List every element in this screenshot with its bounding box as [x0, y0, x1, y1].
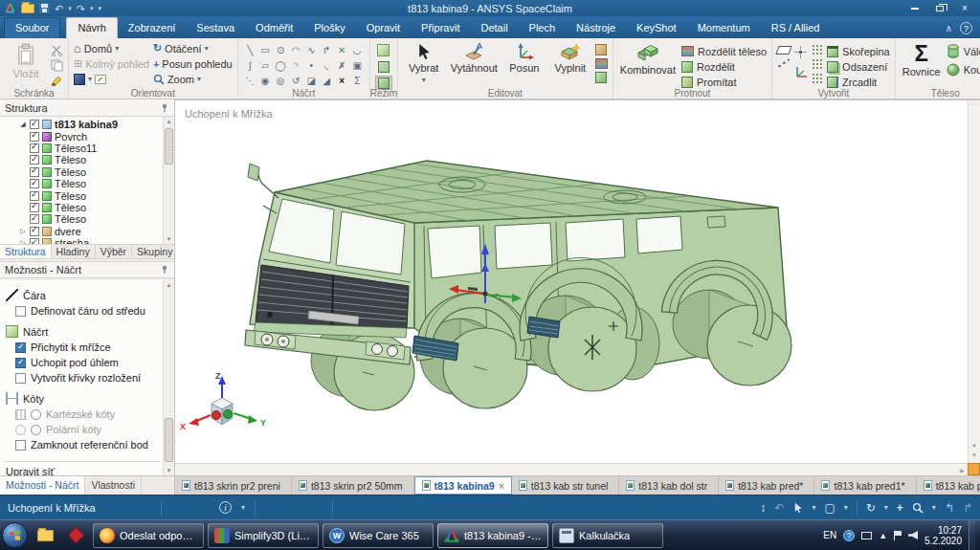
options-row[interactable]: Uchopit pod úhlem	[4, 355, 161, 370]
viewport-hscrollbar[interactable]: ▶	[175, 463, 968, 475]
tree-checkbox[interactable]	[30, 155, 39, 165]
menu-tab[interactable]: Odměřit	[245, 18, 303, 38]
sketch-tool[interactable]: ▭	[258, 43, 273, 57]
options-row[interactable]: Kóty	[4, 390, 161, 407]
document-tab[interactable]: t813 skrin pr2 50mm	[292, 476, 414, 495]
tree-item[interactable]: ▷ strecha	[3, 237, 161, 244]
tree-item[interactable]: Těleso11	[3, 143, 161, 154]
panel-tab[interactable]: Vlastnosti	[85, 476, 142, 495]
volume-icon[interactable]	[908, 531, 918, 539]
mirror-button[interactable]: Zrcadlit	[827, 75, 890, 89]
tree-checkbox[interactable]	[30, 191, 39, 201]
sketch-tool[interactable]: ∫	[243, 58, 257, 73]
sphere-button[interactable]: Koule	[947, 62, 980, 77]
document-tab[interactable]: t813 kabina9 ×	[414, 476, 512, 495]
menu-tab[interactable]: Zobrazení	[118, 18, 187, 38]
options-row[interactable]: Polární kóty	[4, 422, 161, 437]
sketch-tool[interactable]: ◯	[274, 58, 288, 73]
plane-icon[interactable]	[775, 46, 791, 55]
status-undo-select-icon[interactable]: ↶	[774, 501, 784, 515]
options-row-control[interactable]	[31, 409, 41, 420]
tree-checkbox[interactable]	[30, 214, 39, 224]
start-button[interactable]	[2, 522, 28, 548]
tree-checkbox[interactable]	[30, 120, 39, 129]
cylinder-button[interactable]: Válec	[947, 44, 980, 58]
point-grid-icon-3[interactable]	[812, 73, 823, 84]
tree-checkbox[interactable]	[30, 238, 39, 244]
format-painter-icon[interactable]	[51, 75, 63, 87]
sketch-tool[interactable]: ▱	[258, 58, 273, 73]
options-row-control[interactable]	[31, 425, 41, 435]
save-icon[interactable]	[39, 3, 50, 13]
minimize-button[interactable]	[903, 2, 926, 14]
point-icon[interactable]	[794, 46, 807, 58]
viewport-vscrollbar[interactable]: ▲ ▼	[968, 100, 980, 463]
menu-tab[interactable]: Plech	[519, 18, 567, 38]
split-body-button[interactable]: Rozdělit těleso	[681, 44, 767, 58]
tree-checkbox[interactable]	[30, 179, 39, 188]
sketch-tool[interactable]: ╲	[243, 43, 257, 57]
options-row-control[interactable]	[15, 373, 26, 384]
point-grid-icon-1[interactable]	[812, 44, 823, 55]
options-row[interactable]: Upravit síť	[4, 461, 161, 475]
sketch-tool[interactable]: ↺	[289, 74, 303, 88]
offset-button[interactable]: Odsazení	[827, 59, 890, 74]
status-swap-icon[interactable]: ↕	[760, 501, 766, 515]
edit-mini-icon-3[interactable]	[595, 72, 607, 83]
sketch-tool[interactable]: ◡	[350, 43, 365, 57]
pin-icon[interactable]	[160, 103, 169, 113]
tree-scrollbar[interactable]: ▲ ▼	[163, 117, 174, 244]
view-mode-buttons[interactable]: ▾	[74, 72, 149, 86]
document-tab[interactable]: t813 skrin pr2 preni	[175, 476, 292, 495]
tree-expander-icon[interactable]: ▷	[19, 228, 27, 235]
sketch-tool[interactable]: ✕	[335, 43, 349, 57]
options-row[interactable]: Náčrt	[4, 323, 161, 340]
taskbar-button[interactable]: Kalkulačka	[552, 523, 663, 548]
viewport-resize-corner[interactable]	[968, 463, 980, 475]
sketch-tool[interactable]: Σ	[350, 74, 365, 88]
sketch-tool[interactable]: ◠	[289, 43, 303, 57]
document-tab[interactable]: t813 kab dol str	[619, 476, 719, 495]
zoom-button[interactable]: Zoom▾	[153, 72, 233, 86]
sketch-tool[interactable]: ⊙	[274, 43, 288, 57]
menu-tab[interactable]: Detail	[470, 18, 518, 38]
redo-icon[interactable]: ↷	[77, 4, 85, 13]
sketch-tool[interactable]: ✗	[335, 58, 349, 73]
tree-item[interactable]: Těleso	[3, 166, 161, 178]
close-button[interactable]: ×	[953, 2, 976, 14]
panel-tab[interactable]: Možnosti - Náčrt	[0, 476, 85, 495]
panel-tab[interactable]: Struktura	[0, 245, 52, 258]
menu-tab[interactable]: Návrh	[66, 17, 117, 38]
sketch-tool[interactable]: •	[304, 58, 319, 73]
options-row-control[interactable]	[15, 440, 26, 451]
status-marquee-icon[interactable]: ▢	[824, 501, 835, 515]
edit-mini-icon-1[interactable]	[595, 44, 607, 55]
sketch-tool[interactable]: ↱	[320, 43, 334, 57]
panel-tab[interactable]: Skupiny	[132, 245, 178, 258]
document-tab[interactable]: t813 kab pred1*	[814, 476, 916, 495]
restore-button[interactable]	[928, 2, 951, 14]
edit-mini-icon-2[interactable]	[595, 58, 608, 69]
sketch-tool[interactable]: ◪	[304, 74, 319, 88]
select-button[interactable]: Vybrat▾	[403, 41, 445, 86]
tree-item[interactable]: Těleso	[3, 178, 161, 189]
viewport[interactable]: Z X Y Uchopení k Mřížka ▲ ▼ ▶	[175, 99, 980, 475]
menu-tab[interactable]: Momentum	[687, 18, 761, 38]
section-mode-button[interactable]	[375, 59, 392, 74]
tray-show-hidden-icon[interactable]: ▲	[879, 531, 887, 540]
pinned-app-icon[interactable]	[62, 523, 89, 548]
status-zoom-icon[interactable]	[912, 502, 924, 514]
status-pan-icon[interactable]: +	[897, 501, 903, 515]
panel-tab[interactable]: Hladiny	[52, 245, 96, 258]
document-tab[interactable]: t813 kab pred2	[917, 476, 980, 495]
line-construction-icon[interactable]	[778, 58, 791, 68]
open-file-icon[interactable]	[21, 4, 34, 13]
home-view-button[interactable]: ⌂ Domů▾	[74, 41, 149, 55]
options-row-control[interactable]	[15, 306, 26, 317]
move-button[interactable]: Posun	[503, 41, 546, 76]
show-desktop-button[interactable]	[969, 520, 975, 550]
taskbar-button[interactable]: Odeslat odpověď ...	[93, 523, 204, 548]
undo-icon[interactable]: ↶	[55, 4, 63, 13]
sketch-tool[interactable]: ∿	[304, 43, 319, 57]
tree-checkbox[interactable]	[30, 203, 39, 212]
